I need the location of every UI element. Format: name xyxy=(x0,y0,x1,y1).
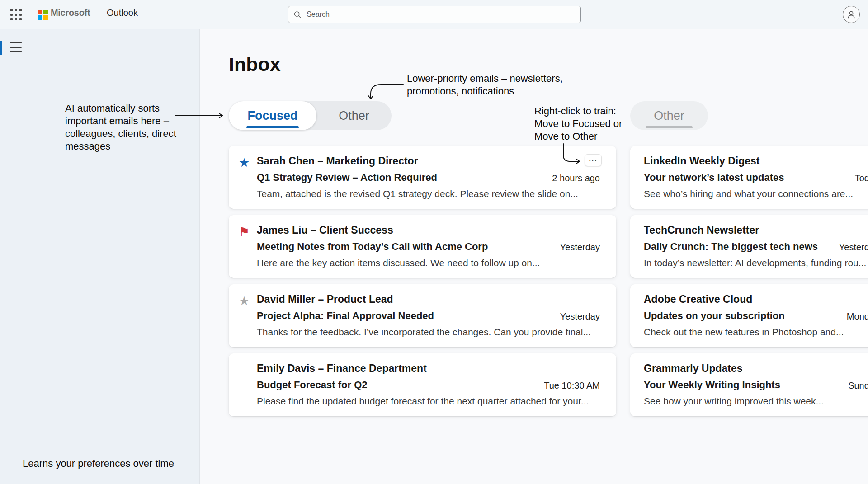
focused-email-item[interactable]: ⚑ James Liu – Client Success Meeting Not… xyxy=(229,215,616,278)
page-title: Inbox xyxy=(229,53,281,75)
inbox-tabs: Focused Other xyxy=(229,101,392,130)
other-email-item[interactable]: LinkedIn Weekly Digest Your network’s la… xyxy=(630,146,868,209)
tab-other-label: Other xyxy=(339,109,369,123)
topbar-divider xyxy=(99,9,99,20)
email-time: Yesterday xyxy=(560,311,600,322)
star-icon: ★ xyxy=(239,295,250,307)
email-sender: David Miller – Product Lead xyxy=(257,293,393,305)
other-email-item[interactable]: Grammarly Updates Your Weekly Writing In… xyxy=(630,353,868,416)
search-input[interactable] xyxy=(306,10,575,19)
email-preview: See who’s hiring and what your connectio… xyxy=(644,188,853,199)
other-email-item[interactable]: Adobe Creative Cloud Updates on your sub… xyxy=(630,284,868,347)
email-preview: Team, attached is the revised Q1 strateg… xyxy=(257,188,578,199)
tab-other-column-label: Other xyxy=(654,109,684,123)
annotation-focused-explainer: AI automatically sorts important emails … xyxy=(65,102,183,153)
annotation-learns-explainer: Learns your preferences over time xyxy=(23,457,174,470)
email-preview: Thanks for the feedback. I’ve incorporat… xyxy=(257,327,591,338)
email-subject: Meeting Notes from Today’s Call with Acm… xyxy=(257,241,488,253)
email-subject: Project Alpha: Final Approval Needed xyxy=(257,310,434,322)
email-preview: See how your writing improved this week.… xyxy=(644,396,824,407)
tab-focused[interactable]: Focused xyxy=(229,101,316,130)
email-sender: Adobe Creative Cloud xyxy=(644,293,752,305)
email-time: Monday xyxy=(847,311,868,322)
hamburger-menu-button[interactable] xyxy=(10,42,22,52)
sidebar xyxy=(0,29,200,484)
email-time: Today xyxy=(855,173,868,183)
outlook-window: Microsoft Outlook AI automatically sorts… xyxy=(0,0,868,484)
email-subject: Budget Forecast for Q2 xyxy=(257,379,367,391)
other-email-item[interactable]: TechCrunch Newsletter Daily Crunch: The … xyxy=(630,215,868,278)
tab-other-column-underline xyxy=(646,126,693,128)
email-time: Yesterday xyxy=(839,242,868,253)
tab-other-column[interactable]: Other xyxy=(630,101,708,130)
focused-email-item[interactable]: ★ Sarah Chen – Marketing Director Q1 Str… xyxy=(229,146,616,209)
person-icon xyxy=(846,9,856,19)
active-rail-indicator xyxy=(0,41,2,55)
annotation-train-explainer: Right-click to train: Move to Focused or… xyxy=(534,105,634,143)
microsoft-logo-icon xyxy=(38,10,48,20)
focused-email-item[interactable]: ★ David Miller – Product Lead Project Al… xyxy=(229,284,616,347)
email-sender: Emily Davis – Finance Department xyxy=(257,362,427,375)
email-time: Sunday xyxy=(848,381,868,391)
email-subject: Your network’s latest updates xyxy=(644,172,784,183)
tab-focused-label: Focused xyxy=(247,109,297,123)
focused-email-item[interactable]: Emily Davis – Finance Department Budget … xyxy=(229,353,616,416)
search-icon xyxy=(294,11,301,19)
email-sender: Sarah Chen – Marketing Director xyxy=(257,155,418,167)
email-subject: Q1 Strategy Review – Action Required xyxy=(257,172,437,183)
email-subject: Daily Crunch: The biggest tech news xyxy=(644,241,818,253)
email-sender: TechCrunch Newsletter xyxy=(644,224,759,236)
product-name: Outlook xyxy=(107,8,138,18)
email-preview: In today’s newsletter: AI developments, … xyxy=(644,258,866,268)
flag-icon: ⚑ xyxy=(239,226,250,238)
email-preview: Please find the updated budget forecast … xyxy=(257,396,589,407)
email-subject: Updates on your subscription xyxy=(644,310,785,322)
email-preview: Check out the new features in Photoshop … xyxy=(644,327,844,338)
email-sender: James Liu – Client Success xyxy=(257,224,393,236)
topbar: Microsoft Outlook xyxy=(0,0,868,29)
account-button[interactable] xyxy=(843,6,860,23)
tab-focused-underline xyxy=(246,126,299,128)
microsoft-wordmark: Microsoft xyxy=(51,8,90,18)
star-icon: ★ xyxy=(239,157,250,169)
more-options-button[interactable]: ··· xyxy=(585,154,602,166)
app-launcher-button[interactable] xyxy=(8,7,24,22)
email-subject: Your Weekly Writing Insights xyxy=(644,379,780,391)
email-preview: Here are the key action items discussed.… xyxy=(257,258,540,268)
email-time: Tue 10:30 AM xyxy=(544,381,600,391)
search-box[interactable] xyxy=(288,6,581,23)
annotation-other-explainer: Lower-priority emails – newsletters, pro… xyxy=(407,72,579,98)
email-sender: LinkedIn Weekly Digest xyxy=(644,155,760,167)
email-time: Yesterday xyxy=(560,242,600,253)
tab-other[interactable]: Other xyxy=(316,101,392,130)
email-time: 2 hours ago xyxy=(552,173,600,183)
email-sender: Grammarly Updates xyxy=(644,362,743,375)
